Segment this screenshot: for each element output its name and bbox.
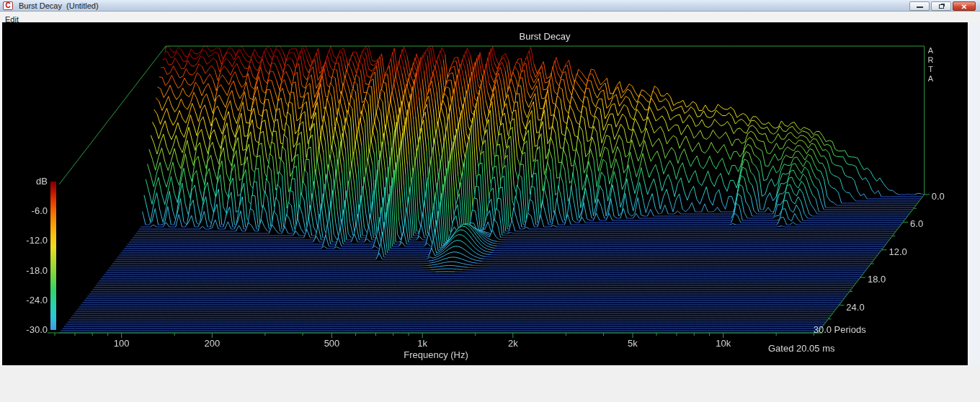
close-button[interactable] <box>953 1 976 11</box>
control-bar: Mode Waterfall_F Palette Jet 30 Copy Col… <box>0 365 980 402</box>
app-icon: C <box>3 1 13 10</box>
title-bar: C Burst Decay (Untitled) <box>0 0 980 12</box>
minimize-icon <box>917 6 923 8</box>
restore-icon <box>939 4 944 9</box>
window-border-right <box>968 22 980 365</box>
restore-button[interactable] <box>931 1 951 11</box>
window-title: Burst Decay (Untitled) <box>19 1 99 10</box>
close-icon <box>953 2 975 12</box>
app-window: C Burst Decay (Untitled) Edit Burst Deca… <box>0 0 980 402</box>
burst-decay-waterfall-canvas[interactable] <box>2 22 968 365</box>
menu-bar: Edit <box>0 12 980 22</box>
window-buttons <box>909 1 976 11</box>
minimize-button[interactable] <box>909 1 930 11</box>
